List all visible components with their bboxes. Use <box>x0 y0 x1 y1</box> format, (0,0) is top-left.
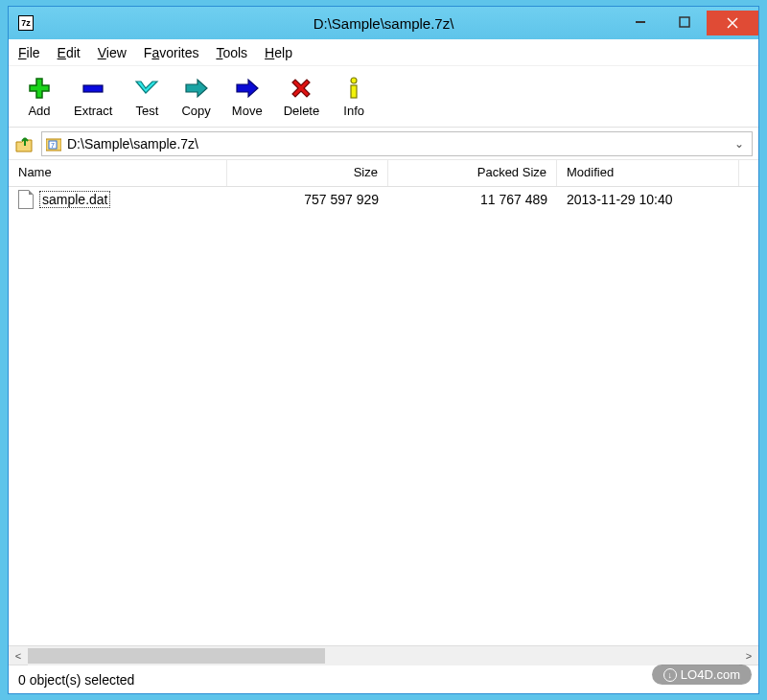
file-modified: 2013-11-29 10:40 <box>557 192 739 207</box>
add-button[interactable]: Add <box>16 73 62 120</box>
svg-rect-4 <box>83 85 103 92</box>
file-icon <box>18 190 34 209</box>
x-icon <box>288 75 314 102</box>
folder-icon: 7 <box>46 136 61 152</box>
svg-rect-6 <box>351 85 357 98</box>
app-icon: 7z <box>18 15 34 31</box>
maximize-icon <box>679 16 690 28</box>
menu-help[interactable]: Help <box>265 45 292 60</box>
info-button[interactable]: Info <box>331 73 377 120</box>
file-size: 757 597 929 <box>227 192 388 207</box>
window-controls <box>618 11 758 35</box>
extract-label: Extract <box>74 104 112 118</box>
svg-text:7: 7 <box>51 142 55 149</box>
address-dropdown[interactable]: ⌄ <box>731 137 748 151</box>
arrow-right-teal-icon <box>183 75 210 102</box>
watermark-text: LO4D.com <box>681 667 740 682</box>
status-text: 0 object(s) selected <box>18 672 134 688</box>
scroll-right-button[interactable]: > <box>739 646 758 665</box>
move-label: Move <box>232 104 263 118</box>
file-list[interactable]: sample.dat 757 597 929 11 767 489 2013-1… <box>9 187 758 645</box>
menu-favorites[interactable]: Favorites <box>144 45 199 60</box>
menubar: File Edit View Favorites Tools Help <box>9 39 758 66</box>
test-label: Test <box>136 104 159 118</box>
minus-icon <box>80 75 106 102</box>
scroll-thumb[interactable] <box>28 648 325 664</box>
list-header: Name Size Packed Size Modified <box>9 160 758 187</box>
menu-edit[interactable]: Edit <box>58 45 81 60</box>
address-input[interactable]: 7 D:\Sample\sample.7z\ ⌄ <box>41 131 753 156</box>
scroll-left-button[interactable]: < <box>9 646 28 665</box>
file-packed: 11 767 489 <box>388 192 557 207</box>
statusbar: 0 object(s) selected <box>9 665 758 693</box>
toolbar: Add Extract Test Copy Move <box>9 66 758 128</box>
column-modified[interactable]: Modified <box>557 160 739 186</box>
delete-label: Delete <box>284 104 320 118</box>
plus-icon <box>26 75 53 102</box>
info-icon <box>340 75 367 102</box>
maximize-button[interactable] <box>662 11 707 34</box>
add-label: Add <box>28 104 50 118</box>
column-packed[interactable]: Packed Size <box>388 160 557 186</box>
menu-file[interactable]: File <box>18 45 40 60</box>
delete-button[interactable]: Delete <box>274 73 330 120</box>
svg-rect-1 <box>680 17 689 27</box>
test-button[interactable]: Test <box>124 73 170 120</box>
info-label: Info <box>343 104 364 118</box>
extract-button[interactable]: Extract <box>64 73 122 120</box>
up-button[interactable] <box>14 133 35 154</box>
arrow-right-blue-icon <box>234 75 261 102</box>
menu-view[interactable]: View <box>98 45 127 60</box>
column-size[interactable]: Size <box>227 160 388 186</box>
folder-up-icon <box>15 134 35 153</box>
file-name: sample.dat <box>39 191 110 208</box>
watermark-icon: ↓ <box>663 668 677 682</box>
svg-point-5 <box>351 78 357 83</box>
addressbar: 7 D:\Sample\sample.7z\ ⌄ <box>9 128 758 160</box>
horizontal-scrollbar[interactable]: < > <box>9 645 758 665</box>
column-name[interactable]: Name <box>9 160 227 186</box>
titlebar: 7z D:\Sample\sample.7z\ <box>9 7 758 39</box>
check-icon <box>133 75 160 102</box>
minimize-button[interactable] <box>618 11 662 34</box>
address-text: D:\Sample\sample.7z\ <box>67 136 725 152</box>
copy-label: Copy <box>181 104 210 118</box>
copy-button[interactable]: Copy <box>172 73 220 120</box>
scroll-track[interactable] <box>28 646 739 665</box>
move-button[interactable]: Move <box>222 73 272 120</box>
minimize-icon <box>635 16 646 28</box>
watermark: ↓ LO4D.com <box>652 665 752 685</box>
main-window: 7z D:\Sample\sample.7z\ File Edit View F… <box>8 6 759 694</box>
menu-tools[interactable]: Tools <box>216 45 247 60</box>
close-button[interactable] <box>707 11 758 35</box>
close-icon <box>726 16 739 30</box>
list-item[interactable]: sample.dat 757 597 929 11 767 489 2013-1… <box>9 187 758 212</box>
